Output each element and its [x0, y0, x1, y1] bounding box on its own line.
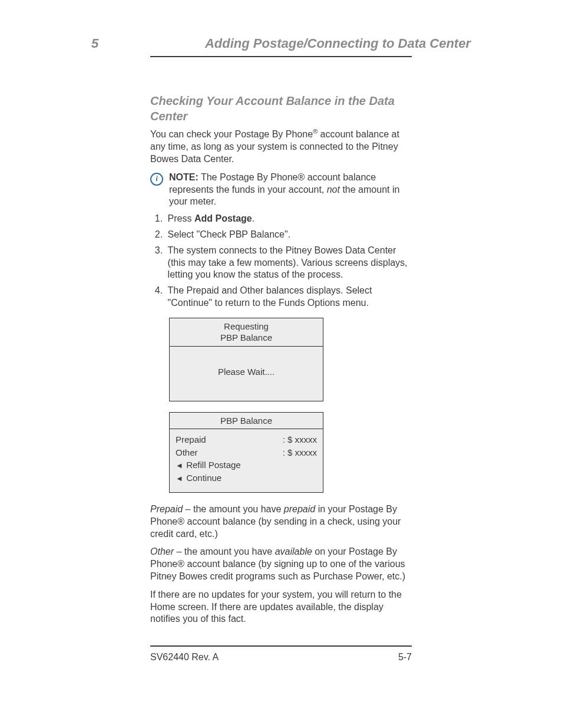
def-other-a: – the amount you have: [174, 546, 275, 556]
step-1c: .: [252, 213, 254, 223]
section-heading: Checking Your Account Balance in the Dat…: [150, 93, 412, 124]
step-1-button: Add Postage: [194, 213, 252, 223]
step-4: The Prepaid and Other balances displays.…: [166, 285, 412, 309]
intro-paragraph: You can check your Postage By Phone® acc…: [150, 127, 412, 166]
def-other-ital: available: [275, 546, 312, 556]
screen2-header: PBP Balance: [173, 415, 319, 427]
screen-pbp-balance: PBP Balance Prepaid : $ xxxxx Other : $ …: [169, 412, 323, 493]
screen1-body: Please Wait....: [218, 366, 275, 378]
chapter-title: Adding Postage/Connecting to Data Center: [205, 35, 471, 52]
step-2: Select "Check PBP Balance".: [166, 229, 412, 241]
step-1: Press Add Postage.: [166, 213, 412, 225]
def-prepaid-label: Prepaid: [150, 504, 183, 514]
note-italic: not: [327, 185, 340, 195]
header-rule: [150, 56, 412, 57]
def-prepaid-ital: prepaid: [284, 504, 315, 514]
closing-paragraph: If there are no updates for your system,…: [150, 589, 412, 625]
screen2-row2-value: : $ xxxxx: [283, 447, 317, 459]
step-1a: Press: [168, 213, 194, 223]
screen1-header-line1: Requesting: [173, 321, 319, 332]
chapter-number: 5: [91, 35, 98, 52]
step-3: The system connects to the Pitney Bowes …: [166, 245, 412, 281]
intro-text-1: You can check your Postage By Phone: [150, 129, 313, 139]
registered-mark: ®: [313, 128, 318, 135]
def-other-label: Other: [150, 546, 174, 556]
screen2-item-refill: Refill Postage: [184, 460, 241, 470]
triangle-left-icon: ◄: [176, 461, 184, 471]
triangle-left-icon: ◄: [176, 474, 184, 484]
footer-page: 5-7: [398, 651, 412, 664]
note-block: i NOTE: The Postage By Phone® account ba…: [150, 172, 412, 208]
screen2-row2-label: Other: [176, 447, 198, 459]
definitions: Prepaid – the amount you have prepaid in…: [150, 503, 412, 583]
screen1-header-line2: PBP Balance: [173, 332, 319, 344]
def-prepaid-a: – the amount you have: [183, 504, 284, 514]
info-icon: i: [150, 173, 163, 186]
screen2-row1-label: Prepaid: [176, 434, 206, 446]
steps-list: Press Add Postage. Select "Check PBP Bal…: [150, 213, 412, 309]
footer-product: SV62440 Rev. A: [150, 651, 219, 664]
note-label: NOTE:: [169, 172, 199, 182]
screen2-item-continue: Continue: [184, 473, 222, 483]
screen2-row1-value: : $ xxxxx: [283, 434, 317, 446]
screen-requesting: Requesting PBP Balance Please Wait....: [169, 318, 323, 401]
